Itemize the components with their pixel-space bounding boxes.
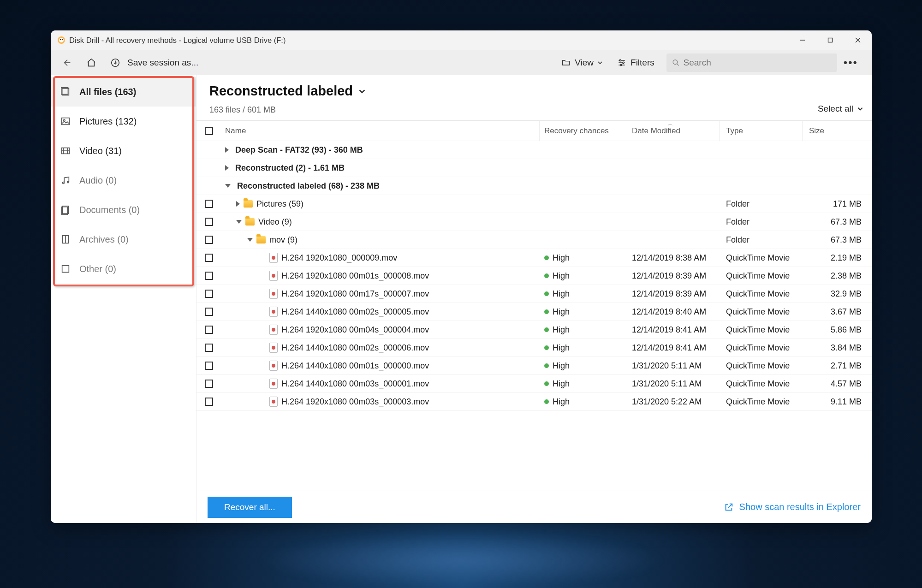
column-size[interactable]: Size — [803, 121, 872, 141]
folder-icon — [561, 58, 571, 67]
row-checkbox[interactable] — [205, 272, 213, 280]
show-in-explorer-link[interactable]: Show scan results in Explorer — [724, 502, 861, 512]
window-controls — [789, 30, 872, 50]
recovery-chance: High — [553, 397, 570, 407]
file-row[interactable]: H.264 1920x1080_000009.mov High 12/14/20… — [196, 249, 872, 267]
row-date: 12/14/2019 8:38 AM — [627, 253, 720, 263]
expand-toggle-icon[interactable] — [225, 165, 229, 171]
file-row[interactable]: H.264 1920x1080 00m17s_000007.mov High 1… — [196, 285, 872, 303]
row-checkbox[interactable] — [205, 290, 213, 298]
sidebar-item-video[interactable]: Video (31) — [51, 136, 196, 166]
filters-button[interactable]: Filters — [612, 55, 659, 71]
folder-icon — [256, 236, 266, 244]
sliders-icon — [617, 58, 627, 67]
app-icon — [57, 36, 65, 44]
sidebar-item-archive[interactable]: Archives (0) — [51, 225, 196, 254]
save-session-icon[interactable] — [106, 53, 125, 72]
file-row[interactable]: H.264 1920x1080 00m03s_000003.mov High 1… — [196, 393, 872, 411]
expand-toggle-icon[interactable] — [225, 184, 231, 188]
sidebar-item-stack[interactable]: All files (163) — [51, 77, 196, 107]
sidebar: All files (163) Pictures (132) Video (31… — [51, 75, 196, 523]
search-input[interactable] — [684, 58, 832, 68]
column-name[interactable]: Name — [221, 121, 540, 141]
row-size: 67.3 MB — [803, 235, 872, 245]
sidebar-item-doc[interactable]: Documents (0) — [51, 195, 196, 225]
minimize-button[interactable] — [789, 30, 816, 50]
search-box[interactable] — [666, 53, 837, 72]
group-row[interactable]: Reconstructed (2) - 1.61 MB — [196, 159, 872, 177]
row-checkbox[interactable] — [205, 398, 213, 406]
folder-row[interactable]: Video (9) Folder 67.3 MB — [196, 213, 872, 231]
archive-icon — [60, 234, 71, 245]
row-type: Folder — [720, 235, 803, 245]
image-icon — [60, 116, 71, 127]
select-all-checkbox[interactable] — [205, 127, 213, 135]
sidebar-item-label: Audio (0) — [79, 175, 117, 186]
close-button[interactable] — [844, 30, 872, 50]
row-checkbox[interactable] — [205, 308, 213, 316]
sidebar-item-other[interactable]: Other (0) — [51, 254, 196, 284]
row-date: 12/14/2019 8:39 AM — [627, 289, 720, 299]
sidebar-item-image[interactable]: Pictures (132) — [51, 107, 196, 136]
expand-toggle-icon[interactable] — [236, 220, 242, 224]
expand-toggle-icon[interactable] — [236, 201, 240, 207]
section-heading[interactable]: Reconstructed labeled — [209, 83, 366, 99]
sort-indicator-icon: ︿ — [668, 120, 673, 127]
file-row[interactable]: H.264 1440x1080 00m02s_000005.mov High 1… — [196, 303, 872, 321]
sidebar-item-audio[interactable]: Audio (0) — [51, 166, 196, 195]
row-date: 12/14/2019 8:40 AM — [627, 307, 720, 317]
select-all-dropdown[interactable]: Select all — [818, 104, 872, 114]
row-size: 67.3 MB — [803, 217, 872, 227]
home-button[interactable] — [82, 53, 101, 72]
more-menu-button[interactable]: ••• — [837, 56, 864, 69]
column-recovery[interactable]: Recovery chances — [540, 121, 627, 141]
row-date: 12/14/2019 8:41 AM — [627, 325, 720, 335]
row-checkbox[interactable] — [205, 380, 213, 388]
row-size: 5.86 MB — [803, 325, 872, 335]
expand-toggle-icon[interactable] — [225, 147, 229, 153]
file-row[interactable]: H.264 1440x1080 00m01s_000000.mov High 1… — [196, 357, 872, 375]
row-type: QuickTime Movie — [720, 271, 803, 281]
file-name: H.264 1920x1080_000009.mov — [281, 253, 397, 263]
row-checkbox[interactable] — [205, 344, 213, 352]
row-type: QuickTime Movie — [720, 343, 803, 353]
back-button[interactable] — [58, 53, 77, 72]
view-dropdown[interactable]: View — [556, 55, 607, 71]
row-checkbox[interactable] — [205, 236, 213, 244]
video-file-icon — [269, 307, 278, 317]
row-checkbox[interactable] — [205, 218, 213, 226]
recovery-chance: High — [553, 253, 570, 263]
recover-all-button[interactable]: Recover all... — [208, 497, 292, 518]
row-checkbox[interactable] — [205, 254, 213, 262]
row-date: 1/31/2020 5:22 AM — [627, 397, 720, 407]
row-checkbox[interactable] — [205, 362, 213, 370]
folder-icon — [244, 200, 253, 208]
row-checkbox[interactable] — [205, 200, 213, 208]
view-label: View — [575, 58, 594, 68]
heading-text: Reconstructed labeled — [209, 83, 353, 99]
svg-point-25 — [63, 182, 65, 184]
folder-row[interactable]: mov (9) Folder 67.3 MB — [196, 231, 872, 249]
expand-toggle-icon[interactable] — [247, 238, 253, 242]
maximize-button[interactable] — [816, 30, 844, 50]
file-row[interactable]: H.264 1440x1080 00m03s_000001.mov High 1… — [196, 375, 872, 393]
row-type: QuickTime Movie — [720, 379, 803, 389]
svg-point-3 — [62, 39, 63, 41]
file-row[interactable]: H.264 1920x1080 00m04s_000004.mov High 1… — [196, 321, 872, 339]
file-row[interactable]: H.264 1920x1080 00m01s_000008.mov High 1… — [196, 267, 872, 285]
file-row[interactable]: H.264 1440x1080 00m02s_000006.mov High 1… — [196, 339, 872, 357]
row-size: 3.67 MB — [803, 307, 872, 317]
video-file-icon — [269, 289, 278, 299]
row-checkbox[interactable] — [205, 326, 213, 334]
status-dot-icon — [544, 291, 549, 296]
group-row[interactable]: Reconstructed labeled (68) - 238 MB — [196, 177, 872, 195]
column-date[interactable]: ︿ Date Modified — [627, 121, 720, 141]
other-icon — [60, 263, 71, 274]
file-list: Deep Scan - FAT32 (93) - 360 MB Reconstr… — [196, 141, 872, 411]
folder-row[interactable]: Pictures (59) Folder 171 MB — [196, 195, 872, 213]
group-row[interactable]: Deep Scan - FAT32 (93) - 360 MB — [196, 141, 872, 159]
save-session-label[interactable]: Save session as... — [127, 58, 198, 68]
column-type[interactable]: Type — [720, 121, 803, 141]
video-file-icon — [269, 361, 278, 371]
file-count-summary: 163 files / 601 MB — [196, 105, 276, 115]
